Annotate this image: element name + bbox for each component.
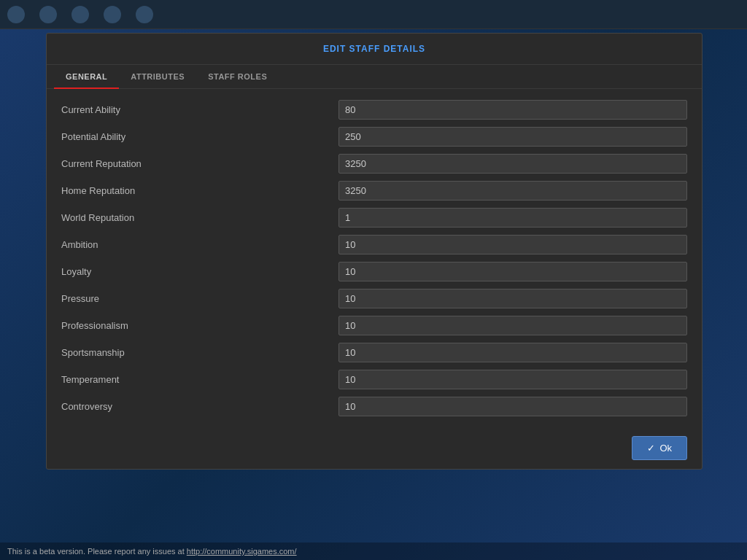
form-row-controversy: Controversy — [61, 393, 687, 420]
form-row-temperament: Temperament — [61, 366, 687, 393]
label-sportsmanship: Sportsmanship — [61, 347, 338, 358]
input-potential-ability[interactable] — [338, 127, 687, 147]
modal-footer: ✓ Ok — [47, 427, 702, 469]
ok-label: Ok — [659, 443, 672, 454]
input-professionalism[interactable] — [338, 316, 687, 335]
label-current-ability: Current Ability — [61, 104, 338, 115]
input-current-ability[interactable] — [338, 100, 687, 120]
form-row-professionalism: Professionalism — [61, 312, 687, 339]
label-ambition: Ambition — [61, 239, 338, 250]
nav-icon-4 — [104, 6, 121, 23]
modal-title: EDIT STAFF DETAILS — [47, 34, 702, 65]
input-home-reputation[interactable] — [338, 181, 687, 201]
nav-icon-5 — [136, 6, 153, 23]
status-text: This is a beta version. Please report an… — [7, 547, 297, 556]
input-loyalty[interactable] — [338, 262, 687, 281]
ok-button[interactable]: ✓ Ok — [632, 436, 687, 460]
form-row-home-reputation: Home Reputation — [61, 177, 687, 204]
tab-bar: GENERAL ATTRIBUTES STAFF ROLES — [47, 65, 702, 89]
nav-icon-1 — [7, 6, 25, 23]
form-row-potential-ability: Potential Ability — [61, 123, 687, 150]
form-area: Current AbilityPotential AbilityCurrent … — [47, 89, 702, 427]
label-temperament: Temperament — [61, 374, 338, 385]
input-sportsmanship[interactable] — [338, 343, 687, 362]
label-loyalty: Loyalty — [61, 266, 338, 277]
nav-icon-2 — [39, 6, 57, 23]
label-controversy: Controversy — [61, 401, 338, 412]
label-pressure: Pressure — [61, 293, 338, 304]
form-row-current-ability: Current Ability — [61, 96, 687, 123]
label-home-reputation: Home Reputation — [61, 185, 338, 196]
form-row-ambition: Ambition — [61, 231, 687, 258]
input-ambition[interactable] — [338, 235, 687, 254]
status-link[interactable]: http://community.sigames.com/ — [187, 547, 297, 556]
input-controversy[interactable] — [338, 397, 687, 416]
form-row-world-reputation: World Reputation — [61, 204, 687, 231]
nav-icon-3 — [71, 6, 89, 23]
label-world-reputation: World Reputation — [61, 212, 338, 223]
tab-staff-roles[interactable]: STAFF ROLES — [196, 65, 279, 88]
form-row-loyalty: Loyalty — [61, 258, 687, 285]
tab-attributes[interactable]: ATTRIBUTES — [119, 65, 196, 88]
top-bar — [0, 0, 747, 29]
tab-general[interactable]: GENERAL — [54, 65, 119, 88]
form-row-current-reputation: Current Reputation — [61, 150, 687, 177]
form-row-pressure: Pressure — [61, 285, 687, 312]
label-current-reputation: Current Reputation — [61, 158, 338, 169]
label-professionalism: Professionalism — [61, 320, 338, 331]
input-temperament[interactable] — [338, 370, 687, 389]
label-potential-ability: Potential Ability — [61, 131, 338, 142]
input-world-reputation[interactable] — [338, 208, 687, 228]
form-row-sportsmanship: Sportsmanship — [61, 339, 687, 366]
status-bar: This is a beta version. Please report an… — [0, 542, 747, 560]
edit-staff-modal: EDIT STAFF DETAILS GENERAL ATTRIBUTES ST… — [46, 33, 703, 470]
ok-checkmark: ✓ — [647, 443, 655, 454]
input-current-reputation[interactable] — [338, 154, 687, 174]
input-pressure[interactable] — [338, 289, 687, 308]
